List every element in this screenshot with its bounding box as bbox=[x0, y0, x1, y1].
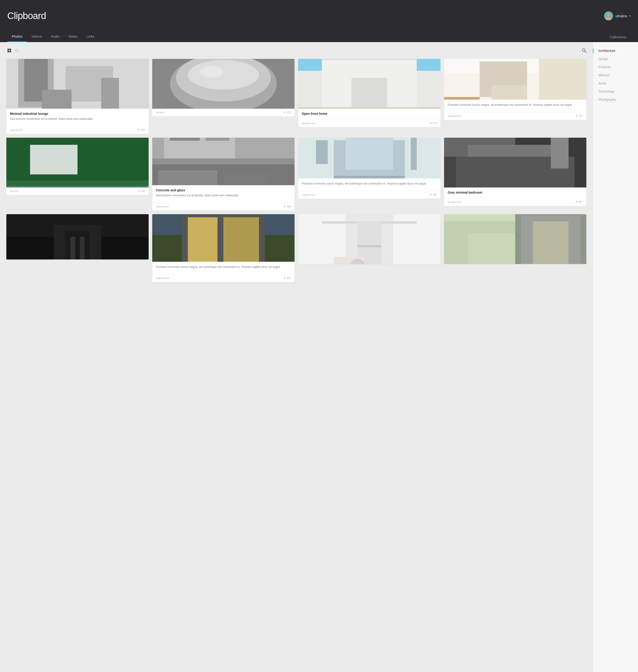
user-menu[interactable]: ultralinx ▾ bbox=[604, 11, 631, 20]
svg-rect-64 bbox=[468, 145, 563, 157]
card-body: Praesent commodo cursus magna, vel scele… bbox=[152, 262, 295, 274]
svg-rect-73 bbox=[80, 237, 84, 259]
table-row[interactable] bbox=[6, 214, 149, 259]
svg-rect-79 bbox=[223, 217, 259, 262]
table-row[interactable]: via.com ★ 153 bbox=[152, 59, 295, 116]
card-body: Open front home bbox=[298, 109, 440, 120]
card-description: Sed posuere consectetur est at lobortis.… bbox=[10, 117, 145, 121]
grid-view-button[interactable] bbox=[6, 48, 12, 54]
card-source: original.com bbox=[156, 277, 169, 279]
star-icon: ★ bbox=[138, 190, 140, 192]
card-title: Minimal industrial lounge bbox=[10, 112, 145, 116]
app-title: Clipboard bbox=[7, 11, 46, 21]
svg-rect-72 bbox=[70, 237, 75, 259]
card-image bbox=[298, 59, 440, 109]
table-row[interactable]: Concrete and glass Sed posuere consectet… bbox=[152, 138, 295, 210]
card-footer: domain.com ★ 887 bbox=[444, 199, 586, 206]
svg-rect-16 bbox=[101, 78, 119, 109]
main-nav: Photos Videos Audio Notes Links Collecti… bbox=[0, 32, 638, 42]
svg-rect-98 bbox=[533, 221, 569, 264]
svg-rect-56 bbox=[334, 176, 405, 179]
table-row[interactable]: Praesent commodo cursus magna, vel scele… bbox=[298, 138, 440, 199]
card-rating: ★ 293 bbox=[575, 114, 583, 117]
card-footer: via.com ★ 246 bbox=[6, 188, 149, 195]
content-area: Minimal industrial lounge Sed posuere co… bbox=[0, 42, 593, 672]
toolbar bbox=[6, 48, 586, 54]
card-image bbox=[152, 214, 295, 262]
table-row[interactable]: Minimal industrial lounge Sed posuere co… bbox=[6, 59, 149, 134]
search-button[interactable] bbox=[582, 48, 586, 54]
star-icon: ★ bbox=[284, 276, 286, 279]
svg-rect-50 bbox=[223, 170, 271, 185]
svg-rect-66 bbox=[551, 138, 569, 169]
sidebar-item-products[interactable]: Products bbox=[593, 63, 638, 71]
card-title: Open front home bbox=[302, 112, 437, 116]
svg-line-11 bbox=[585, 51, 586, 53]
card-rating: ★ 987 bbox=[430, 193, 437, 196]
card-title: Grey minimal bedroom bbox=[448, 191, 583, 194]
card-rating: ★ 246 bbox=[138, 190, 145, 192]
card-description: Sed posuere consectetur est at lobortis.… bbox=[156, 193, 291, 197]
svg-rect-7 bbox=[15, 49, 19, 50]
svg-rect-93 bbox=[444, 214, 515, 221]
list-icon bbox=[15, 49, 19, 53]
photo-grid: Minimal industrial lounge Sed posuere co… bbox=[6, 59, 586, 282]
card-image bbox=[298, 214, 440, 264]
svg-rect-78 bbox=[188, 217, 218, 262]
table-row[interactable] bbox=[298, 214, 440, 264]
tab-links[interactable]: Links bbox=[82, 32, 99, 42]
card-description: Praesent commodo cursus magna, vel scele… bbox=[302, 182, 437, 186]
table-row[interactable] bbox=[444, 214, 586, 264]
card-source: source.com bbox=[156, 205, 169, 208]
avatar bbox=[604, 11, 613, 20]
svg-rect-71 bbox=[66, 231, 89, 259]
main-layout: Minimal industrial lounge Sed posuere co… bbox=[0, 42, 638, 672]
svg-rect-49 bbox=[158, 170, 218, 185]
svg-rect-33 bbox=[539, 59, 586, 100]
svg-rect-55 bbox=[346, 138, 393, 170]
card-rating: ★ 153 bbox=[284, 111, 291, 114]
star-icon: ★ bbox=[284, 111, 286, 114]
svg-point-23 bbox=[200, 66, 223, 78]
sidebar-item-photography[interactable]: Photography bbox=[593, 96, 638, 104]
sidebar-item-architecture[interactable]: Architecture bbox=[593, 47, 638, 55]
card-body: Minimal industrial lounge Sed posuere co… bbox=[6, 109, 149, 126]
svg-rect-40 bbox=[6, 186, 149, 188]
table-row[interactable]: Praesent commodo cursus magna, vel scele… bbox=[444, 59, 586, 120]
card-body: Concrete and glass Sed posuere consectet… bbox=[152, 185, 295, 203]
card-image bbox=[6, 138, 149, 188]
view-toggles bbox=[6, 48, 20, 54]
sidebar-item-technology[interactable]: Technology bbox=[593, 87, 638, 96]
card-rating: ★ 463 bbox=[138, 128, 145, 131]
card-source: via.com bbox=[10, 190, 19, 192]
tab-audio[interactable]: Audio bbox=[46, 32, 64, 42]
sidebar-item-autos[interactable]: Autos bbox=[593, 79, 638, 87]
svg-rect-35 bbox=[491, 85, 527, 100]
svg-rect-8 bbox=[15, 50, 19, 51]
svg-rect-3 bbox=[7, 49, 9, 50]
card-source: source.com bbox=[10, 128, 23, 131]
svg-point-10 bbox=[582, 49, 585, 51]
card-rating: ★ 887 bbox=[575, 201, 583, 203]
card-body: Praesent commodo cursus magna, vel scele… bbox=[444, 100, 586, 112]
tab-photos[interactable]: Photos bbox=[7, 32, 27, 42]
tab-collections[interactable]: Collections bbox=[605, 32, 631, 42]
card-footer: source.com ★ 463 bbox=[6, 126, 149, 134]
sidebar-item-minimal[interactable]: Minimal bbox=[593, 71, 638, 79]
card-image bbox=[298, 138, 440, 178]
table-row[interactable]: Grey minimal bedroom domain.com ★ 887 bbox=[444, 138, 586, 206]
card-image bbox=[444, 138, 586, 188]
sidebar-item-design[interactable]: Design bbox=[593, 55, 638, 63]
tab-videos[interactable]: Videos bbox=[27, 32, 47, 42]
card-rating: ★ 573 bbox=[430, 122, 437, 124]
svg-rect-45 bbox=[164, 138, 235, 158]
table-row[interactable]: Praesent commodo cursus magna, vel scele… bbox=[152, 214, 295, 282]
card-image bbox=[152, 59, 295, 109]
table-row[interactable]: Open front home domain.com ★ 573 bbox=[298, 59, 440, 127]
tab-notes[interactable]: Notes bbox=[64, 32, 82, 42]
list-view-button[interactable] bbox=[14, 48, 20, 54]
svg-rect-47 bbox=[206, 138, 230, 141]
table-row[interactable]: via.com ★ 246 bbox=[6, 138, 149, 195]
card-footer: original.com ★ 987 bbox=[298, 191, 440, 199]
header: Clipboard ultralinx ▾ bbox=[0, 0, 638, 32]
